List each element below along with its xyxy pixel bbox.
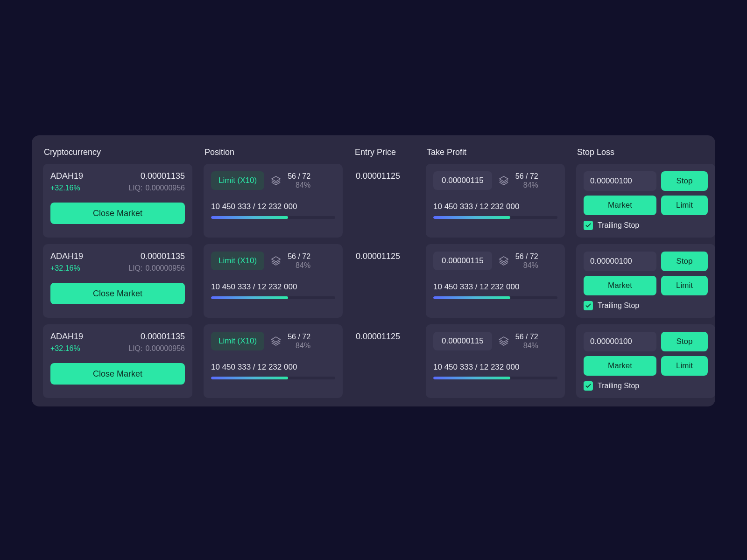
position-limit-pill[interactable]: Limit (X10) [211,332,264,350]
position-ratio-value: 56 / 72 [288,332,310,341]
sl-limit-button[interactable]: Limit [661,196,708,215]
sl-market-button[interactable]: Market [584,356,656,376]
tp-ratio: 56 / 7284% [515,332,538,350]
tp-value: 0.00000115 [433,171,492,190]
tp-ratio-pct: 84% [515,181,538,189]
mesh-icon [499,175,509,186]
sl-stop-button[interactable]: Stop [661,252,708,271]
stop-loss-card: 0.00000100StopMarketLimitTrailing Stop [576,324,715,398]
position-volume: 10 450 333 / 12 232 000 [211,202,335,211]
position-card: Limit (X10)56 / 7284%10 450 333 / 12 232… [204,324,343,398]
col-header-tp: Take Profit [426,145,565,164]
crypto-liq-label: LIQ: [128,344,142,352]
position-progress [211,296,335,299]
crypto-card: ADAH190.00001135+32.16%LIQ:0.00000956Clo… [43,164,192,238]
position-progress [211,377,335,379]
trailing-stop-label: Trailing Stop [598,382,639,390]
crypto-liq-label: LIQ: [128,264,142,272]
tp-ratio-value: 56 / 72 [515,252,538,261]
take-profit-card: 0.0000011556 / 7284%10 450 333 / 12 232 … [426,244,565,318]
crypto-liq: LIQ:0.00000956 [128,264,185,273]
mesh-icon [271,175,281,186]
crypto-liq-value: 0.00000956 [145,344,185,352]
crypto-liq-value: 0.00000956 [145,184,185,192]
sl-limit-button[interactable]: Limit [661,276,708,295]
trailing-stop-checkbox[interactable] [584,301,593,310]
crypto-liq: LIQ:0.00000956 [128,184,185,192]
tp-ratio-value: 56 / 72 [515,172,538,181]
tp-value: 0.00000115 [433,252,492,270]
crypto-card: ADAH190.00001135+32.16%LIQ:0.00000956Clo… [43,324,192,398]
crypto-card: ADAH190.00001135+32.16%LIQ:0.00000956Clo… [43,244,192,318]
entry-price: 0.00001125 [354,164,415,238]
mesh-icon [271,256,281,266]
sl-market-button[interactable]: Market [584,276,656,295]
take-profit-card: 0.0000011556 / 7284%10 450 333 / 12 232 … [426,164,565,238]
crypto-price: 0.00001135 [141,332,185,342]
close-market-button[interactable]: Close Market [50,363,185,385]
position-ratio-value: 56 / 72 [288,252,310,261]
sl-stop-button[interactable]: Stop [661,332,708,351]
trailing-stop-label: Trailing Stop [598,301,639,310]
tp-progress [433,216,557,219]
crypto-change: +32.16% [50,184,80,192]
position-limit-pill[interactable]: Limit (X10) [211,252,264,270]
mesh-icon [271,336,281,346]
sl-value: 0.00000100 [584,171,656,191]
col-header-position: Position [204,145,343,164]
crypto-symbol: ADAH19 [50,252,83,261]
crypto-price: 0.00001135 [141,252,185,261]
tp-volume: 10 450 333 / 12 232 000 [433,202,557,211]
crypto-liq-label: LIQ: [128,184,142,192]
tp-ratio: 56 / 7284% [515,172,538,189]
position-progress [211,216,335,219]
col-header-entry: Entry Price [354,145,415,164]
crypto-liq: LIQ:0.00000956 [128,344,185,353]
position-ratio-value: 56 / 72 [288,172,310,181]
tp-ratio-value: 56 / 72 [515,332,538,341]
tp-value: 0.00000115 [433,332,492,350]
tp-volume: 10 450 333 / 12 232 000 [433,363,557,372]
entry-price: 0.00001125 [354,324,415,398]
stop-loss-card: 0.00000100StopMarketLimitTrailing Stop [576,244,715,318]
entry-price: 0.00001125 [354,244,415,318]
tp-progress [433,296,557,299]
trailing-stop-checkbox[interactable] [584,381,593,391]
position-card: Limit (X10)56 / 7284%10 450 333 / 12 232… [204,164,343,238]
crypto-symbol: ADAH19 [50,171,83,181]
trailing-stop-checkbox[interactable] [584,221,593,230]
crypto-price: 0.00001135 [141,171,185,181]
position-volume: 10 450 333 / 12 232 000 [211,363,335,372]
sl-stop-button[interactable]: Stop [661,171,708,191]
crypto-change: +32.16% [50,344,80,353]
position-ratio-pct: 84% [288,261,310,270]
sl-limit-button[interactable]: Limit [661,356,708,376]
tp-volume: 10 450 333 / 12 232 000 [433,282,557,292]
position-card: Limit (X10)56 / 7284%10 450 333 / 12 232… [204,244,343,318]
col-header-crypto: Cryptocurrency [43,145,192,164]
col-header-sl: Stop Loss [576,145,715,164]
position-limit-pill[interactable]: Limit (X10) [211,171,264,190]
position-volume: 10 450 333 / 12 232 000 [211,282,335,292]
close-market-button[interactable]: Close Market [50,203,185,224]
sl-market-button[interactable]: Market [584,196,656,215]
position-ratio: 56 / 7284% [288,172,310,189]
position-ratio-pct: 84% [288,341,310,350]
take-profit-card: 0.0000011556 / 7284%10 450 333 / 12 232 … [426,324,565,398]
tp-ratio-pct: 84% [515,261,538,270]
position-ratio-pct: 84% [288,181,310,189]
tp-progress [433,377,557,379]
positions-panel: CryptocurrencyPositionEntry PriceTake Pr… [32,135,715,406]
sl-value: 0.00000100 [584,332,656,351]
stop-loss-card: 0.00000100StopMarketLimitTrailing Stop [576,164,715,238]
trailing-stop-label: Trailing Stop [598,221,639,230]
sl-value: 0.00000100 [584,252,656,271]
close-market-button[interactable]: Close Market [50,283,185,304]
tp-ratio: 56 / 7284% [515,252,538,270]
mesh-icon [499,336,509,346]
tp-ratio-pct: 84% [515,341,538,350]
mesh-icon [499,256,509,266]
position-ratio: 56 / 7284% [288,332,310,350]
position-ratio: 56 / 7284% [288,252,310,270]
crypto-change: +32.16% [50,264,80,273]
